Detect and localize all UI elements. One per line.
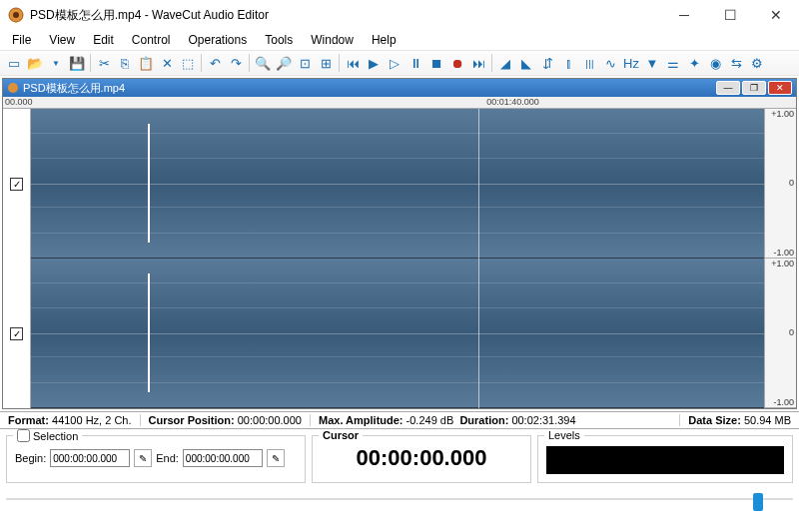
waveform-channel-1[interactable] (31, 109, 764, 259)
end-input[interactable] (183, 449, 263, 467)
fade-in-icon[interactable]: ◢ (495, 53, 515, 73)
app-icon (8, 7, 24, 23)
levels-panel: Levels (537, 435, 793, 483)
normalize-icon[interactable]: ⫿ (558, 53, 578, 73)
end-picker-icon[interactable]: ✎ (267, 449, 285, 467)
doc-minimize-button[interactable]: — (716, 81, 740, 95)
end-label: End: (156, 452, 179, 464)
settings-icon[interactable]: ⚙ (747, 53, 767, 73)
dropdown-icon[interactable]: ▼ (46, 53, 66, 73)
levels-meter (546, 446, 784, 474)
filter-icon[interactable]: ▼ (642, 53, 662, 73)
document-window: PSD模板怎么用.mp4 — ❐ ✕ 00.000 00:01:40.000 ✓… (2, 78, 797, 409)
equalizer-icon[interactable]: ⫼ (579, 53, 599, 73)
mixer-icon[interactable]: ⚌ (663, 53, 683, 73)
save-icon[interactable]: 💾 (67, 53, 87, 73)
skip-start-icon[interactable]: ⏮ (343, 53, 363, 73)
separator (90, 54, 91, 72)
new-icon[interactable]: ▭ (4, 53, 24, 73)
menu-control[interactable]: Control (124, 31, 179, 49)
channel-2-checkbox[interactable]: ✓ (10, 327, 23, 340)
copy-icon[interactable]: ⎘ (115, 53, 135, 73)
amplitude-scale: +1.00 0 -1.00 (764, 109, 796, 259)
separator (201, 54, 202, 72)
waveform-tracks[interactable] (31, 109, 764, 408)
selection-panel: Selection Begin: ✎ End: ✎ (6, 435, 306, 483)
stop-icon[interactable]: ⏹ (426, 53, 446, 73)
amplitude-scale: +1.00 0 -1.00 (764, 259, 796, 408)
window-title: PSD模板怎么用.mp4 - WaveCut Audio Editor (30, 7, 661, 24)
zoom-sel-icon[interactable]: ⊞ (316, 53, 336, 73)
begin-picker-icon[interactable]: ✎ (134, 449, 152, 467)
menubar: File View Edit Control Operations Tools … (0, 30, 799, 50)
slider-thumb[interactable] (753, 493, 763, 511)
selection-checkbox[interactable] (17, 429, 30, 442)
zoom-fit-icon[interactable]: ⊡ (295, 53, 315, 73)
play-icon[interactable]: ▶ (364, 53, 384, 73)
zoom-slider[interactable] (6, 491, 793, 507)
waveform-channel-2[interactable] (31, 259, 764, 408)
menu-help[interactable]: Help (364, 31, 404, 49)
status-bar: Format: 44100 Hz, 2 Ch. Cursor Position:… (0, 411, 799, 429)
doc-maximize-button[interactable]: ❐ (742, 81, 766, 95)
document-header: PSD模板怎么用.mp4 — ❐ ✕ (3, 79, 796, 97)
begin-label: Begin: (15, 452, 46, 464)
open-icon[interactable]: 📂 (25, 53, 45, 73)
time-marker: 00.000 (5, 97, 33, 107)
cursor-time-display: 00:00:00.000 (357, 445, 487, 471)
begin-input[interactable] (50, 449, 130, 467)
time-marker: 00:01:40.000 (486, 97, 539, 107)
paste-icon[interactable]: 📋 (136, 53, 156, 73)
audio-spike (148, 273, 150, 392)
svg-point-1 (13, 12, 19, 18)
menu-file[interactable]: File (4, 31, 39, 49)
channel-1-checkbox[interactable]: ✓ (10, 178, 23, 191)
fade-out-icon[interactable]: ◣ (516, 53, 536, 73)
menu-view[interactable]: View (41, 31, 83, 49)
svg-point-2 (8, 83, 18, 93)
crop-icon[interactable]: ⬚ (178, 53, 198, 73)
status-cursor: Cursor Position: 00:00:00.000 (141, 414, 311, 426)
minimize-button[interactable]: ─ (661, 0, 707, 30)
waveform-area: ✓ ✓ +1.00 0 -1.00 +1.00 0 -1.00 (3, 109, 796, 408)
separator (491, 54, 492, 72)
pause-icon[interactable]: ⏸ (405, 53, 425, 73)
wave-icon[interactable]: ∿ (600, 53, 620, 73)
doc-icon (7, 82, 19, 94)
bottom-panels: Selection Begin: ✎ End: ✎ Cursor 00:00:0… (0, 429, 799, 489)
zoom-in-icon[interactable]: 🔍 (253, 53, 273, 73)
play-loop-icon[interactable]: ▷ (385, 53, 404, 73)
pitch-icon[interactable]: Hz (621, 53, 641, 73)
reverb-icon[interactable]: ◉ (705, 53, 725, 73)
maximize-button[interactable]: ☐ (707, 0, 753, 30)
menu-window[interactable]: Window (303, 31, 362, 49)
window-titlebar: PSD模板怎么用.mp4 - WaveCut Audio Editor ─ ☐ … (0, 0, 799, 30)
cut-icon[interactable]: ✂ (94, 53, 114, 73)
menu-tools[interactable]: Tools (257, 31, 301, 49)
effect-icon[interactable]: ✦ (684, 53, 704, 73)
compress-icon[interactable]: ⇆ (726, 53, 746, 73)
menu-operations[interactable]: Operations (181, 31, 256, 49)
close-button[interactable]: ✕ (753, 0, 799, 30)
toolbar: ▭ 📂 ▼ 💾 ✂ ⎘ 📋 ✕ ⬚ ↶ ↷ 🔍 🔎 ⊡ ⊞ ⏮ ▶ ▷ ⏸ ⏹ … (0, 50, 799, 76)
amplify-icon[interactable]: ⇵ (537, 53, 557, 73)
document-title: PSD模板怎么用.mp4 (23, 81, 716, 96)
separator (249, 54, 250, 72)
redo-icon[interactable]: ↷ (226, 53, 246, 73)
separator (339, 54, 340, 72)
doc-close-button[interactable]: ✕ (768, 81, 792, 95)
delete-icon[interactable]: ✕ (157, 53, 177, 73)
playhead-cursor[interactable] (478, 109, 479, 408)
status-amplitude-duration: Max. Amplitude: -0.249 dB Duration: 00:0… (311, 414, 680, 426)
record-icon[interactable]: ⏺ (447, 53, 467, 73)
audio-spike (148, 124, 150, 243)
status-format: Format: 44100 Hz, 2 Ch. (0, 414, 141, 426)
skip-end-icon[interactable]: ⏭ (468, 53, 488, 73)
menu-edit[interactable]: Edit (85, 31, 122, 49)
cursor-panel: Cursor 00:00:00.000 (312, 435, 531, 483)
timeline-ruler[interactable]: 00.000 00:01:40.000 (3, 97, 796, 109)
status-size: Data Size: 50.94 MB (680, 414, 799, 426)
zoom-out-icon[interactable]: 🔎 (274, 53, 294, 73)
undo-icon[interactable]: ↶ (205, 53, 225, 73)
